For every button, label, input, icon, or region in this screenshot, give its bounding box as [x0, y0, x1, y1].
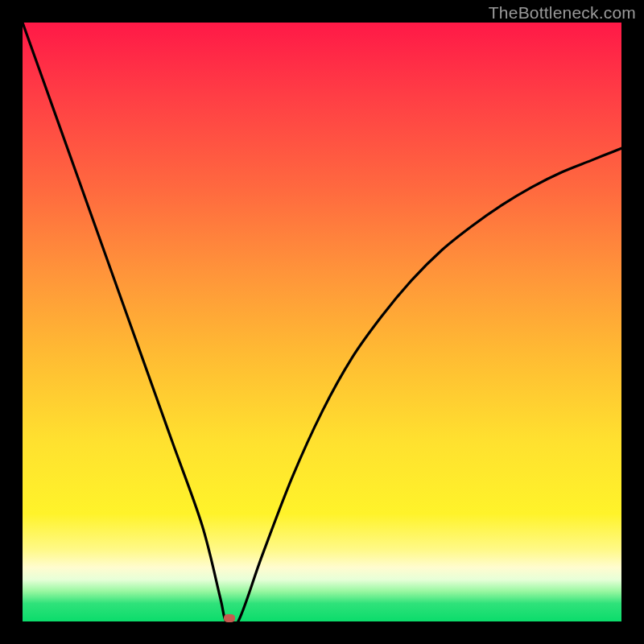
curve-svg	[23, 23, 621, 621]
chart-frame: TheBottleneck.com	[0, 0, 644, 644]
min-marker	[224, 614, 235, 622]
curve-path	[23, 23, 621, 621]
plot-area	[23, 23, 621, 621]
watermark-text: TheBottleneck.com	[489, 3, 636, 23]
